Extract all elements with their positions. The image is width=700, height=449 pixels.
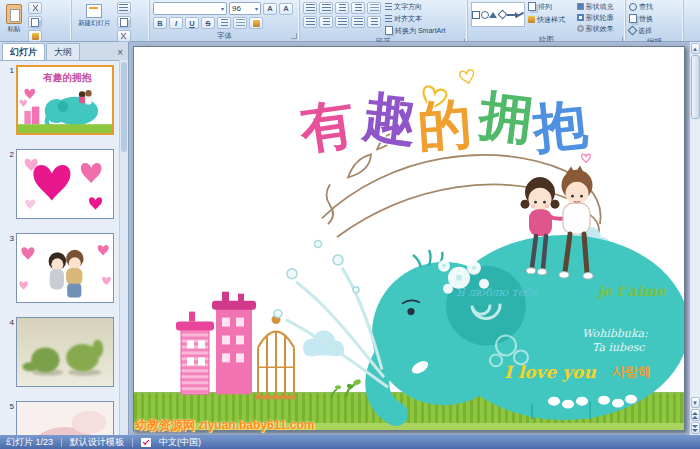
- status-divider: [132, 438, 133, 447]
- title-char: 拥: [474, 84, 537, 150]
- reset-button[interactable]: [117, 16, 131, 28]
- cut-button[interactable]: [28, 2, 42, 14]
- underline-button[interactable]: U: [185, 17, 199, 29]
- slides-pane: 幻灯片 大纲 × 1 有趣的拥抱: [0, 42, 129, 435]
- align-left-button[interactable]: [303, 16, 317, 28]
- bullets-icon: [306, 4, 315, 12]
- pane-scrollbar-thumb[interactable]: [121, 62, 127, 152]
- delete-slide-button[interactable]: [117, 30, 131, 42]
- bullets-button[interactable]: [303, 2, 317, 14]
- ribbon-group-editing: 查找 替换 选择 编辑: [626, 0, 684, 41]
- spellcheck-icon[interactable]: [141, 438, 151, 447]
- ribbon-group-slides: 新建幻灯片 幻灯片: [72, 0, 150, 41]
- format-painter-button[interactable]: [28, 30, 42, 42]
- select-icon: [628, 26, 638, 36]
- shape-effects-button[interactable]: 形状效果: [577, 24, 614, 33]
- font-name-combo[interactable]: ▾: [153, 2, 227, 15]
- paste-button[interactable]: 粘贴: [3, 2, 25, 36]
- italic-button[interactable]: I: [169, 17, 183, 29]
- tab-slides[interactable]: 幻灯片: [2, 43, 45, 60]
- slide-canvas[interactable]: Я люблю тебя je t'aime Wohibbuka: Ta iub…: [134, 47, 684, 430]
- phrase-romanian: Ta iubesc: [592, 341, 645, 354]
- phrase-arabic: Wohibbuka:: [582, 328, 648, 341]
- svg-text:有趣的拥抱: 有趣的拥抱: [42, 72, 92, 83]
- align-left-icon: [306, 18, 315, 26]
- grow-font-button[interactable]: A: [263, 3, 277, 15]
- title-char: 的: [416, 93, 474, 156]
- columns-button[interactable]: [367, 16, 381, 28]
- align-right-button[interactable]: [335, 16, 349, 28]
- smartart-icon: [385, 26, 393, 35]
- justify-button[interactable]: [351, 16, 365, 28]
- triangle-shape-icon: [489, 12, 497, 18]
- find-button[interactable]: 查找: [629, 2, 653, 11]
- reset-icon: [120, 18, 128, 27]
- watermark: 幼教资源网 ziyuan.baby611.com: [135, 417, 314, 434]
- character-spacing-button[interactable]: [233, 17, 247, 29]
- thumbnail-4-art: [17, 318, 113, 386]
- scissors-icon: [31, 4, 39, 12]
- layout-button[interactable]: [117, 2, 131, 14]
- pane-scrollbar[interactable]: [119, 60, 128, 435]
- copy-button[interactable]: [28, 16, 42, 28]
- slide-thumbnail-4[interactable]: 4: [2, 317, 126, 387]
- replace-icon: [629, 14, 637, 23]
- phrase-korean: 사랑해: [612, 364, 651, 379]
- scroll-up-button[interactable]: ▲: [691, 43, 700, 54]
- text-shadow-button[interactable]: [217, 17, 231, 29]
- replace-button[interactable]: 替换: [629, 14, 653, 23]
- decrease-indent-button[interactable]: [335, 2, 349, 14]
- tab-outline[interactable]: 大纲: [46, 43, 80, 60]
- strikethrough-button[interactable]: S: [201, 17, 215, 29]
- convert-smartart-button[interactable]: 转换为 SmartArt: [385, 26, 446, 35]
- text-direction-button[interactable]: 文字方向: [385, 2, 422, 11]
- title-char: 抱: [528, 93, 591, 158]
- editor-scrollbar[interactable]: ▲ ▼: [689, 42, 700, 435]
- powerpoint-window: 粘贴 剪贴板 新建幻灯片: [0, 0, 700, 449]
- scrollbar-thumb[interactable]: [691, 55, 700, 119]
- title-char: 有: [294, 92, 358, 159]
- dialog-launcher-icon[interactable]: [291, 33, 297, 39]
- slide-indicator: 幻灯片 1/23: [6, 436, 53, 449]
- shape-effects-icon: [577, 25, 584, 32]
- thumbnail-1-art: 有趣的拥抱: [18, 67, 112, 133]
- select-button[interactable]: 选择: [629, 26, 652, 35]
- circle-shape-icon: [481, 11, 489, 19]
- slide-thumbnail-2[interactable]: 2: [2, 149, 126, 219]
- numbering-button[interactable]: [319, 2, 333, 14]
- slide-thumbnail-3[interactable]: 3: [2, 233, 126, 303]
- shape-fill-button[interactable]: 形状填充: [577, 2, 614, 11]
- ribbon-group-font: ▾ 96▾ A A B I U S 字体: [150, 0, 300, 41]
- bold-button[interactable]: B: [153, 17, 167, 29]
- phrase-french: je t'aime: [596, 283, 667, 300]
- language-indicator[interactable]: 中文(中国): [159, 436, 201, 449]
- thumbnail-list: 1 有趣的拥抱: [0, 61, 128, 435]
- increase-indent-button[interactable]: [351, 2, 365, 14]
- scroll-down-button[interactable]: ▼: [691, 397, 700, 408]
- arrange-button[interactable]: 排列: [528, 2, 552, 11]
- shapes-gallery[interactable]: [471, 2, 525, 27]
- slide-thumbnail-5[interactable]: 5: [2, 401, 126, 435]
- next-slide-button[interactable]: [691, 422, 700, 434]
- thumb-number: 1: [2, 65, 16, 75]
- align-center-icon: [323, 18, 330, 26]
- slide-editor: Я люблю тебя je t'aime Wohibbuka: Ta iub…: [129, 42, 689, 435]
- close-pane-button[interactable]: ×: [114, 46, 126, 60]
- slide-thumbnail-1[interactable]: 1 有趣的拥抱: [2, 65, 126, 135]
- font-size-combo[interactable]: 96▾: [229, 2, 261, 15]
- font-color-button[interactable]: [249, 17, 263, 29]
- shrink-font-button[interactable]: A: [279, 3, 293, 15]
- title-char: 趣: [359, 85, 420, 150]
- align-text-button[interactable]: 对齐文本: [385, 14, 422, 23]
- previous-slide-button[interactable]: [691, 409, 700, 421]
- phrase-english: I love you: [504, 362, 596, 382]
- line-spacing-icon: [370, 4, 379, 12]
- quick-styles-button[interactable]: 快速样式: [528, 15, 565, 24]
- rectangle-shape-icon: [472, 11, 480, 19]
- chevron-down-icon: ▾: [255, 5, 258, 12]
- align-center-button[interactable]: [319, 16, 333, 28]
- new-slide-button[interactable]: 新建幻灯片: [75, 2, 114, 30]
- line-spacing-button[interactable]: [367, 2, 381, 14]
- shape-outline-button[interactable]: 形状轮廓: [577, 13, 614, 22]
- chevron-down-icon: ▾: [221, 5, 224, 12]
